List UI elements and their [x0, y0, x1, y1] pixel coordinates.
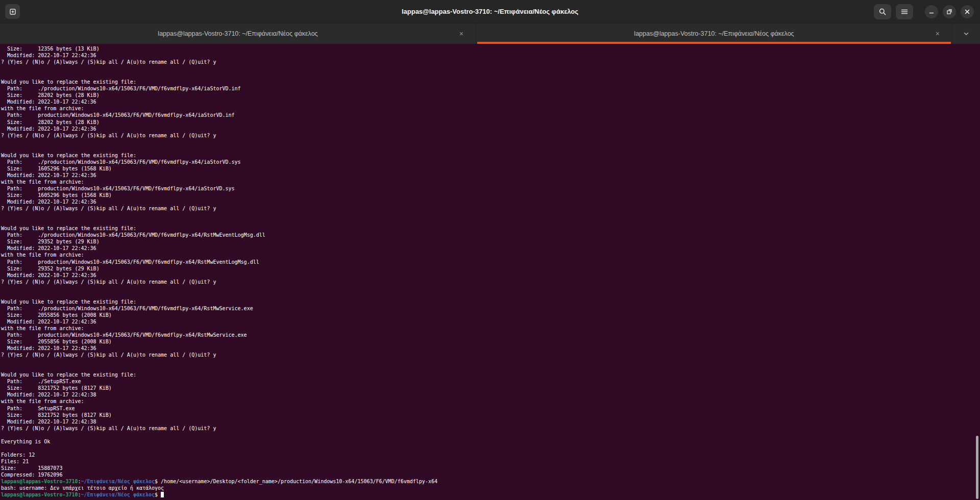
terminal-line: Modified: 2022-10-17 22:42:38 [1, 418, 980, 425]
chevron-down-icon [963, 30, 970, 37]
tab-close-icon[interactable]: × [936, 30, 940, 37]
terminal-line: Size: 8321752 bytes (8127 KiB) [1, 412, 980, 418]
terminal-line: Would you like to replace the existing f… [1, 371, 980, 378]
search-icon [878, 8, 887, 16]
terminal-line [1, 445, 980, 452]
terminal-line [1, 365, 980, 371]
terminal-line: Modified: 2022-10-17 22:42:36 [1, 126, 980, 132]
terminal-line: Modified: 2022-10-17 22:42:36 [1, 272, 980, 279]
terminal-line: Size: 29352 bytes (29 KiB) [1, 238, 980, 245]
new-tab-icon [9, 8, 17, 16]
tab-label: lappas@lappas-Vostro-3710: ~/Επιφάνεια/Ν… [634, 30, 794, 37]
terminal-line: Everything is Ok [1, 438, 980, 445]
tab-label: lappas@lappas-Vostro-3710: ~/Επιφάνεια/Ν… [158, 30, 317, 37]
maximize-button[interactable] [943, 5, 956, 18]
terminal-line [1, 65, 980, 72]
terminal-line: Size: 28202 bytes (28 KiB) [1, 92, 980, 98]
terminal-line: Size: 1605296 bytes (1568 KiB) [1, 165, 980, 172]
tab-list-dropdown-button[interactable] [952, 23, 980, 44]
terminal-line: with the file from archive: [1, 252, 980, 258]
terminal-line: with the file from archive: [1, 105, 980, 112]
window-restore-icon [946, 8, 953, 15]
terminal-line [1, 358, 980, 365]
minimize-button[interactable] [925, 5, 938, 18]
tab-left[interactable]: lappas@lappas-Vostro-3710: ~/Επιφάνεια/Ν… [0, 23, 476, 44]
terminal-line: Would you like to replace the existing f… [1, 298, 980, 305]
window-title: lappas@lappas-Vostro-3710: ~/Επιφάνεια/Ν… [0, 8, 980, 15]
terminal-line: Modified: 2022-10-17 22:42:36 [1, 345, 980, 352]
close-icon [964, 8, 971, 15]
menu-button[interactable] [896, 4, 913, 19]
terminal-line: Size: 15887073 [1, 465, 980, 471]
terminal-line: Path: production/Windows10-x64/15063/F6/… [1, 112, 980, 118]
new-tab-button[interactable] [5, 4, 20, 19]
terminal-line [1, 292, 980, 298]
terminal-line: ? (Y)es / (N)o / (A)lways / (S)kip all /… [1, 205, 980, 212]
cursor [161, 492, 164, 497]
search-button[interactable] [874, 4, 891, 19]
close-button[interactable] [961, 5, 974, 18]
titlebar-controls [874, 4, 974, 19]
terminal-line: with the file from archive: [1, 325, 980, 332]
terminal-line: Path: ./SetupRST.exe [1, 378, 980, 385]
minimize-icon [928, 8, 935, 15]
terminal-line: Path: SetupRST.exe [1, 405, 980, 412]
terminal-line [1, 72, 980, 79]
terminal-line: ? (Y)es / (N)o / (A)lways / (S)kip all /… [1, 132, 980, 139]
terminal-viewport[interactable]: Size: 12356 bytes (13 KiB) Modified: 202… [0, 44, 980, 500]
terminal-line: lappas@lappas-Vostro-3710:~/Επιφάνεια/Νέ… [1, 478, 980, 485]
terminal-line: Files: 21 [1, 458, 980, 465]
terminal-line: Size: 12356 bytes (13 KiB) [1, 45, 980, 52]
terminal-line: Path: production/Windows10-x64/15063/F6/… [1, 185, 980, 192]
terminal-line: ? (Y)es / (N)o / (A)lways / (S)kip all /… [1, 425, 980, 432]
terminal-line: Modified: 2022-10-17 22:42:36 [1, 245, 980, 252]
terminal-line: Path: production/Windows10-x64/15063/F6/… [1, 259, 980, 265]
terminal-line: Compressed: 19762096 [1, 471, 980, 478]
terminal-line: Modified: 2022-10-17 22:42:38 [1, 391, 980, 398]
terminal-line: Modified: 2022-10-17 22:42:36 [1, 318, 980, 325]
terminal-line: Folders: 12 [1, 452, 980, 458]
terminal-line: ? (Y)es / (N)o / (A)lways / (S)kip all /… [1, 279, 980, 285]
terminal-line: ? (Y)es / (N)o / (A)lways / (S)kip all /… [1, 352, 980, 358]
terminal-line [1, 218, 980, 225]
terminal-line: Size: 2055856 bytes (2008 KiB) [1, 338, 980, 345]
terminal-line: Would you like to replace the existing f… [1, 152, 980, 159]
titlebar: lappas@lappas-Vostro-3710: ~/Επιφάνεια/Ν… [0, 0, 980, 23]
terminal-line: Size: 28202 bytes (28 KiB) [1, 119, 980, 126]
terminal-line: Modified: 2022-10-17 22:42:36 [1, 172, 980, 179]
terminal-line [1, 212, 980, 218]
terminal-line: Size: 1605296 bytes (1568 KiB) [1, 192, 980, 198]
terminal-line: Size: 29352 bytes (29 KiB) [1, 265, 980, 272]
terminal-output: Size: 12356 bytes (13 KiB) Modified: 202… [1, 45, 980, 498]
terminal-line: Path: ./production/Windows10-x64/15063/F… [1, 305, 980, 312]
tab-bar: lappas@lappas-Vostro-3710: ~/Επιφάνεια/Ν… [0, 23, 980, 44]
terminal-line: Path: ./production/Windows10-x64/15063/F… [1, 232, 980, 238]
tab-close-icon[interactable]: × [459, 30, 463, 37]
terminal-line: lappas@lappas-Vostro-3710:~/Επιφάνεια/Νέ… [1, 491, 980, 498]
tab-right[interactable]: lappas@lappas-Vostro-3710: ~/Επιφάνεια/Ν… [476, 23, 952, 44]
terminal-line: Path: production/Windows10-x64/15063/F6/… [1, 332, 980, 338]
terminal-line: bash: username: Δεν υπάρχει τέτοιο αρχεί… [1, 485, 980, 491]
hamburger-menu-icon [900, 8, 909, 16]
terminal-line: Path: ./production/Windows10-x64/15063/F… [1, 85, 980, 92]
terminal-line: Path: ./production/Windows10-x64/15063/F… [1, 159, 980, 165]
terminal-line: Size: 2055856 bytes (2008 KiB) [1, 312, 980, 318]
terminal-line: Modified: 2022-10-17 22:42:36 [1, 198, 980, 205]
terminal-line: Modified: 2022-10-17 22:42:36 [1, 52, 980, 59]
terminal-line [1, 285, 980, 292]
terminal-line: Modified: 2022-10-17 22:42:36 [1, 98, 980, 105]
terminal-line: ? (Y)es / (N)o / (A)lways / (S)kip all /… [1, 59, 980, 65]
terminal-line [1, 432, 980, 438]
scrollbar-thumb[interactable] [976, 436, 978, 499]
terminal-line: Size: 8321752 bytes (8127 KiB) [1, 385, 980, 391]
terminal-line: with the file from archive: [1, 398, 980, 405]
terminal-line [1, 145, 980, 152]
terminal-line [1, 139, 980, 145]
terminal-line: Would you like to replace the existing f… [1, 79, 980, 85]
terminal-line: with the file from archive: [1, 179, 980, 185]
terminal-window: lappas@lappas-Vostro-3710: ~/Επιφάνεια/Ν… [0, 0, 980, 500]
terminal-line: Would you like to replace the existing f… [1, 225, 980, 232]
